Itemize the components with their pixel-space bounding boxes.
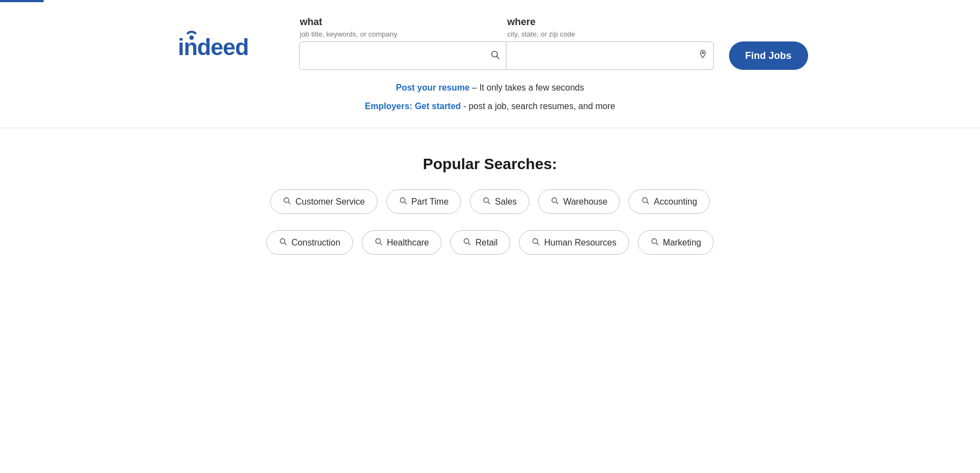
popular-search-tag[interactable]: Accounting <box>629 189 709 214</box>
tag-search-icon <box>279 237 287 248</box>
post-resume-link[interactable]: Post your resume <box>396 83 469 92</box>
where-label: where <box>507 16 714 28</box>
tag-label: Sales <box>495 197 517 207</box>
employer-link[interactable]: Employers: Get started <box>365 101 461 111</box>
where-field-group: where city, state, or zip code <box>506 16 714 70</box>
popular-search-tag[interactable]: Healthcare <box>362 230 441 255</box>
resume-promo: Post your resume – It only takes a few s… <box>396 83 584 93</box>
svg-line-24 <box>656 243 658 244</box>
where-input[interactable] <box>506 41 714 70</box>
tag-label: Customer Service <box>295 197 364 207</box>
popular-search-tag[interactable]: Marketing <box>638 230 714 255</box>
popular-searches-title: Popular Searches: <box>423 155 557 173</box>
employer-suffix: - post a job, search resumes, and more <box>461 101 616 111</box>
svg-line-16 <box>284 243 286 244</box>
popular-search-tag[interactable]: Construction <box>266 230 353 255</box>
what-input-wrapper <box>299 41 506 70</box>
tag-label: Retail <box>475 238 498 248</box>
loading-bar <box>0 0 44 2</box>
tag-label: Accounting <box>654 197 697 207</box>
tag-search-icon <box>482 196 491 207</box>
where-input-wrapper <box>506 41 714 70</box>
popular-searches-section: Popular Searches: Customer ServicePart T… <box>0 128 980 282</box>
search-area: indeed what job title, keywords, or comp… <box>0 0 980 122</box>
tag-label: Warehouse <box>563 197 607 207</box>
svg-line-18 <box>380 243 381 244</box>
svg-line-22 <box>537 243 539 244</box>
svg-line-20 <box>469 243 470 244</box>
tag-label: Marketing <box>663 238 701 248</box>
popular-tags-row-1: Customer ServicePart TimeSalesWarehouseA… <box>270 189 709 214</box>
what-field-group: what job title, keywords, or company <box>299 16 506 70</box>
tag-search-icon <box>551 196 559 207</box>
tag-search-icon <box>650 237 659 248</box>
tag-label: Part Time <box>411 197 449 207</box>
svg-line-10 <box>488 202 489 203</box>
where-sublabel: city, state, or zip code <box>507 30 714 38</box>
what-label: what <box>300 16 506 28</box>
popular-search-tag[interactable]: Sales <box>470 189 529 214</box>
resume-suffix: – It only takes a few seconds <box>470 83 584 92</box>
indeed-logo-svg: indeed <box>172 27 271 59</box>
popular-search-tag[interactable]: Part Time <box>386 189 461 214</box>
find-jobs-wrapper: Find Jobs <box>721 19 808 70</box>
popular-search-tag[interactable]: Warehouse <box>538 189 620 214</box>
svg-line-12 <box>556 202 558 203</box>
tag-label: Construction <box>291 238 340 248</box>
logo[interactable]: indeed <box>172 27 271 59</box>
popular-search-tag[interactable]: Retail <box>450 230 510 255</box>
tag-search-icon <box>531 237 540 248</box>
employer-promo: Employers: Get started - post a job, sea… <box>365 101 616 111</box>
svg-line-6 <box>289 202 290 203</box>
popular-search-tag[interactable]: Customer Service <box>270 189 377 214</box>
tag-search-icon <box>399 196 407 207</box>
tag-search-icon <box>283 196 291 207</box>
what-sublabel: job title, keywords, or company <box>300 30 506 38</box>
svg-line-14 <box>647 202 649 203</box>
search-fields-container: what job title, keywords, or company <box>299 16 808 70</box>
find-jobs-button[interactable]: Find Jobs <box>729 41 808 70</box>
tag-search-icon <box>463 237 471 248</box>
svg-line-8 <box>404 202 406 203</box>
tag-label: Healthcare <box>387 238 429 248</box>
tag-search-icon <box>374 237 383 248</box>
promo-links: Post your resume – It only takes a few s… <box>365 83 616 111</box>
tag-search-icon <box>641 196 649 207</box>
popular-tags-row-2: ConstructionHealthcareRetailHuman Resour… <box>266 230 714 255</box>
tag-label: Human Resources <box>544 238 617 248</box>
svg-text:indeed: indeed <box>178 34 248 59</box>
popular-search-tag[interactable]: Human Resources <box>519 230 629 255</box>
what-input[interactable] <box>299 41 506 70</box>
